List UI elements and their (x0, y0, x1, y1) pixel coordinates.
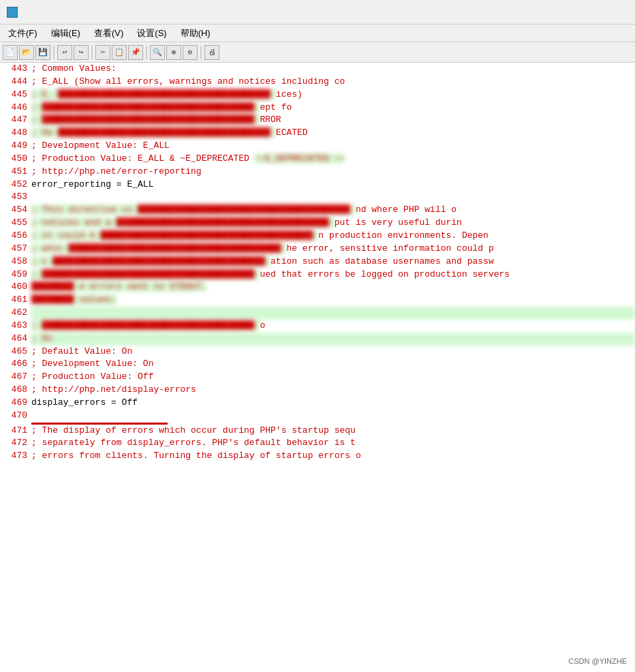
line-content: ; http://php.net/display-errors (31, 384, 635, 397)
code-line: 452error_reporting = E_ALL (3, 179, 635, 192)
menu-item[interactable]: 帮助(H) (175, 26, 216, 41)
line-number: 466 (3, 358, 31, 371)
line-number: 454 (3, 204, 31, 217)
line-content: ████████ values: (31, 294, 635, 307)
line-content: ; it could b ███████████████████████████… (31, 230, 635, 243)
title-bar (0, 0, 635, 25)
line-content: ; ██████████████████████████████████████… (31, 102, 635, 114)
code-line: 450; Production Value: E_ALL & ~E_DEPREC… (3, 153, 635, 166)
line-number: 444 (3, 76, 31, 89)
line-content: ; E_ ███████████████████████████████████… (31, 89, 635, 102)
line-content: ; This directive co ████████████████████… (31, 204, 635, 217)
code-line: 469display_errors = Off (3, 397, 635, 410)
line-content: ; De ███████████████████████████████████… (31, 127, 635, 140)
line-content: ; The display of errors which occur duri… (31, 425, 635, 438)
line-number: 447 (3, 114, 31, 127)
line-number: 453 (3, 191, 31, 204)
line-content (31, 191, 635, 204)
cut-btn[interactable]: ✂ (95, 45, 110, 60)
code-line: 444; E_ALL (Show all errors, warnings an… (3, 76, 635, 89)
code-area: 443; Common Values:444; E_ALL (Show all … (0, 63, 635, 672)
line-number: 464 (3, 333, 31, 346)
line-number: 467 (3, 371, 31, 384)
line-content: ; whic █████████████████████████████████… (31, 243, 635, 256)
code-line: 460 ████████ e errors sent to STDOUT. (3, 281, 635, 294)
line-content: ; c ████████████████████████████████████… (31, 256, 635, 269)
code-line: 473; errors from clients. Turning the di… (3, 450, 635, 463)
menu-item[interactable]: 查看(V) (89, 26, 129, 41)
line-number: 457 (3, 243, 31, 256)
sep1 (53, 46, 55, 59)
code-line: 462 (3, 307, 635, 320)
line-number: 451 (3, 166, 31, 179)
line-number: 469 (3, 397, 31, 410)
save-btn[interactable]: 💾 (35, 45, 50, 60)
line-content: ; Production Value: E_ALL & ~E_DEPRECATE… (31, 153, 635, 166)
code-line: 456; it could b ████████████████████████… (3, 230, 635, 243)
line-number: 471 (3, 425, 31, 438)
line-content: ; Default Value: On (31, 346, 635, 358)
line-content: ; Development Value: E_ALL (31, 140, 635, 153)
code-line: 451; http://php.net/error-reporting (3, 166, 635, 179)
code-line: 447; ███████████████████████████████████… (3, 114, 635, 127)
sep3 (146, 46, 147, 59)
code-line: 449; Development Value: E_ALL (3, 140, 635, 153)
line-number: 445 (3, 89, 31, 102)
print-btn[interactable]: 🖨 (204, 45, 219, 60)
line-content: ; Common Values: (31, 63, 635, 76)
line-content: ; On (31, 333, 635, 346)
new-btn[interactable]: 📄 (3, 45, 18, 60)
line-content: ████████ e errors sent to STDOUT. (31, 281, 635, 294)
line-content: ; Development Value: On (31, 358, 635, 371)
line-content: ; notices and w ████████████████████████… (31, 217, 635, 230)
menu-item[interactable]: 编辑(E) (46, 26, 86, 41)
zoom-in-btn[interactable]: ⊕ (166, 45, 181, 60)
line-content: ; ██████████████████████████████████████… (31, 269, 635, 281)
line-number: 465 (3, 346, 31, 358)
copy-btn[interactable]: 📋 (112, 45, 127, 60)
code-line: 461 ████████ values: (3, 294, 635, 307)
line-content: ; ██████████████████████████████████████… (31, 320, 635, 333)
open-btn[interactable]: 📂 (19, 45, 34, 60)
line-number: 443 (3, 63, 31, 76)
line-number: 450 (3, 153, 31, 166)
line-number: 460 (3, 281, 31, 294)
code-line: 470 (3, 410, 635, 425)
menu-item[interactable]: 设置(S) (131, 26, 172, 41)
code-line: 471; The display of errors which occur d… (3, 425, 635, 438)
code-line: 445; E_ ████████████████████████████████… (3, 89, 635, 102)
code-line: 457; whic ██████████████████████████████… (3, 243, 635, 256)
code-line: 472; separately from display_errors. PHP… (3, 437, 635, 450)
paste-btn[interactable]: 📌 (128, 45, 143, 60)
line-number: 455 (3, 217, 31, 230)
line-number: 463 (3, 320, 31, 333)
redo-btn[interactable]: ↪ (74, 45, 89, 60)
line-content: ; errors from clients. Turning the displ… (31, 450, 635, 463)
line-number: 470 (3, 410, 31, 425)
menu-item[interactable]: 文件(F) (3, 26, 43, 41)
line-content (31, 410, 635, 425)
zoom-out-btn[interactable]: ⊖ (183, 45, 198, 60)
code-content[interactable]: 443; Common Values:444; E_ALL (Show all … (0, 63, 635, 672)
code-line: 459; ███████████████████████████████████… (3, 269, 635, 281)
watermark: CSDN @YINZHE (566, 656, 630, 667)
line-content: ; Production Value: Off (31, 371, 635, 384)
line-content: ; ██████████████████████████████████████… (31, 114, 635, 127)
toolbar: 📄 📂 💾 ↩ ↪ ✂ 📋 📌 🔍 ⊕ ⊖ 🖨 (0, 42, 635, 63)
code-line: 467; Production Value: Off (3, 371, 635, 384)
find-btn[interactable]: 🔍 (150, 45, 165, 60)
line-content: ; http://php.net/error-reporting (31, 166, 635, 179)
code-line: 443; Common Values: (3, 63, 635, 76)
code-line: 454; This directive co █████████████████… (3, 204, 635, 217)
red-underline (31, 410, 168, 425)
line-number: 462 (3, 307, 31, 320)
line-content: ; separately from display_errors. PHP's … (31, 437, 635, 450)
code-line: 464; On (3, 333, 635, 346)
sep4 (200, 46, 202, 59)
code-line: 448; De ████████████████████████████████… (3, 127, 635, 140)
line-number: 473 (3, 450, 31, 463)
line-number: 461 (3, 294, 31, 307)
line-number: 446 (3, 102, 31, 114)
undo-btn[interactable]: ↩ (57, 45, 72, 60)
code-line: 468; http://php.net/display-errors (3, 384, 635, 397)
